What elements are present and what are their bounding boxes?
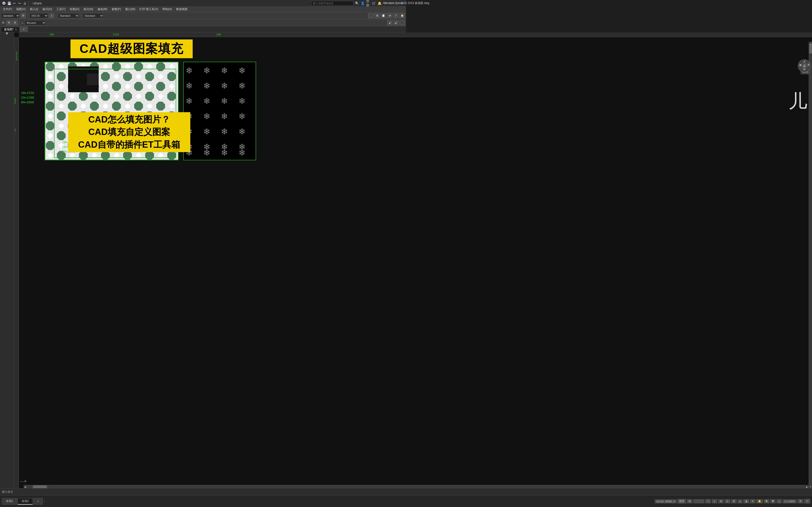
menu-format[interactable]: 格式(O) — [41, 7, 54, 12]
dim-cw-left: CW=2150 — [21, 91, 34, 95]
tab-new[interactable]: + — [20, 27, 28, 32]
menu-view[interactable]: 视图(V) — [14, 7, 28, 12]
tile-cell — [56, 131, 67, 140]
tile-octagon — [46, 82, 55, 91]
layer-select[interactable]: standard — [1, 13, 20, 18]
alert-icon[interactable]: 🔔 — [377, 1, 382, 5]
sep2 — [28, 13, 28, 18]
tile-square — [80, 103, 86, 109]
print-icon[interactable]: 🖨 — [22, 1, 27, 5]
color-select[interactable]: ByLayer — [25, 20, 46, 25]
menu-param[interactable]: 参数(P) — [110, 7, 123, 12]
tile-octagon — [79, 92, 88, 101]
tile-cell — [56, 91, 67, 101]
menu-data[interactable]: 数据视图 — [174, 7, 189, 12]
titlebar-title: Autodesk AutoCAD 2023 嘉瑞图.dwg — [383, 1, 406, 5]
lineweight-select[interactable]: ISO-25 — [30, 13, 48, 18]
linetype-settings-btn[interactable]: ⚙ — [6, 20, 11, 25]
sidebar-2d-wireframe[interactable]: 位二维线框 — [1, 33, 13, 39]
view-btn[interactable]: 📋 — [380, 13, 386, 18]
tile-cell — [45, 140, 56, 151]
menu-draw[interactable]: 绘图(D) — [68, 7, 81, 12]
tile-square — [69, 152, 75, 158]
login-text[interactable]: 登录 — [366, 1, 370, 5]
tile-cell — [100, 81, 111, 91]
tile-cell — [78, 101, 89, 111]
menu-insert[interactable]: 插入(I) — [28, 7, 40, 12]
tile-cell — [67, 101, 78, 111]
tile-octagon — [68, 102, 77, 111]
menu-help[interactable]: 帮助(H) — [160, 7, 174, 12]
tile-cell — [67, 91, 78, 101]
cart-icon[interactable]: 🛒 — [372, 1, 376, 5]
tile-octagon — [112, 82, 121, 91]
tile-cell — [45, 81, 56, 91]
tab-close-icon[interactable]: ✕ — [15, 28, 17, 31]
tab-drawing[interactable]: 嘉瑞图* ✕ — [1, 27, 20, 32]
sep4 — [81, 13, 81, 18]
redo-icon[interactable]: ↪ — [17, 1, 21, 5]
tile-octagon — [57, 111, 66, 120]
t2-btn2[interactable]: 🖌 — [393, 20, 399, 25]
linetype-settings-btn2[interactable]: ⚙ — [12, 20, 18, 25]
tile-square — [113, 152, 119, 158]
tile-square — [158, 73, 163, 79]
style-select[interactable]: Standard — [58, 13, 79, 18]
tile-octagon — [167, 92, 176, 101]
search-input[interactable] — [311, 1, 353, 6]
tile-octagon — [145, 151, 154, 160]
search-icon[interactable]: 🔍 — [355, 1, 359, 5]
menu-annotate[interactable]: 标注(N) — [82, 7, 95, 12]
tile-octagon — [134, 102, 143, 111]
tile-square — [136, 73, 142, 79]
ruler-tick-307: 307 — [15, 51, 18, 54]
menu-window[interactable]: 窗口(W) — [123, 7, 137, 12]
tile-cell — [133, 101, 144, 111]
lineweight-btn[interactable]: ≡ — [49, 13, 54, 18]
snowflake-icon: ❄ — [203, 149, 210, 157]
vis-btn[interactable]: 👁 — [387, 13, 392, 18]
menu-tools[interactable]: 工具(T) — [54, 7, 67, 12]
menu-et[interactable]: ET扩展工具(X) — [138, 7, 160, 12]
tile-octagon — [145, 72, 154, 81]
home-btn[interactable]: 🏠 — [399, 13, 405, 18]
tile-square — [47, 152, 53, 158]
snowflake-icon: ❄ — [203, 82, 210, 90]
undo-icon[interactable]: ↩ — [12, 1, 16, 5]
dark-square — [87, 73, 99, 85]
tile-cell — [45, 62, 56, 72]
tile-square — [158, 152, 163, 158]
tile-cell — [155, 62, 166, 72]
model-btn[interactable]: ⬛ — [368, 13, 373, 18]
t2-btn1[interactable]: 🖌 — [387, 20, 392, 25]
menu-file[interactable]: 文件(F) — [1, 7, 14, 12]
tile-cell — [45, 72, 56, 81]
t2-btn3[interactable]: ⬛ — [399, 20, 405, 25]
subtitle-line3: CAD自带的插件ET工具箱 — [78, 138, 181, 151]
grid-btn[interactable]: ⊞ — [374, 13, 380, 18]
help-btn[interactable]: ? — [393, 13, 399, 18]
snowflake-icon: ❄ — [221, 112, 228, 121]
ruler-tick-280: 280 — [49, 33, 54, 36]
tile-square — [47, 113, 53, 119]
ruler-tick-290: 290 — [216, 33, 221, 36]
tile-octagon — [46, 121, 55, 130]
tile-octagon — [156, 82, 165, 91]
tile-cell — [133, 62, 144, 72]
save-icon[interactable]: 💾 — [7, 1, 11, 5]
snowflake-icon: ❄ — [221, 127, 228, 136]
tile-square — [91, 93, 97, 99]
tile-cell — [166, 62, 177, 72]
ruler-tick-313: 313 — [15, 54, 18, 57]
user-icon[interactable]: 👤 — [360, 1, 365, 5]
bylayer-box: □ — [21, 21, 24, 24]
menu-modify[interactable]: 修改(M) — [96, 7, 109, 12]
share-label[interactable]: share — [36, 1, 40, 5]
tile-square — [147, 83, 152, 89]
style-select2[interactable]: Standard — [83, 13, 104, 18]
tile-square — [58, 103, 64, 109]
ruler-tick-1320: 1320 — [113, 33, 119, 36]
layer-props-btn[interactable]: ⚙ — [21, 13, 26, 18]
snowflake-icon: ❄ — [239, 82, 246, 90]
tile-octagon — [46, 102, 55, 111]
